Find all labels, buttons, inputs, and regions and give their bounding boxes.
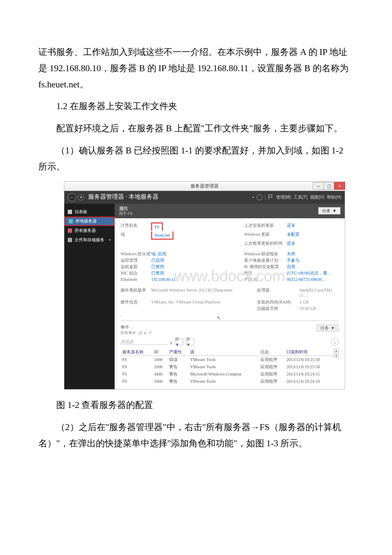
paragraph-env: 配置好环境之后，在服务器 B 上配置"工作文件夹"服务，主要步骤如下。 (38, 121, 354, 137)
col-source[interactable]: 源 (188, 348, 259, 356)
cell: 应用程序 (259, 356, 285, 364)
menu-view[interactable]: 视图(V) (310, 194, 324, 200)
prop-label: Windows 更新 (244, 231, 287, 240)
prop-label: Windows 错误报告 (244, 251, 287, 257)
tasks-label: 任务 (320, 325, 329, 331)
figure-caption: 图 1-2 查看服务器的配置 (38, 397, 354, 413)
col-datetime[interactable]: 日期和时间 (285, 348, 332, 356)
table-row[interactable]: FS 1000 警告 VMware Tools 应用程序 2013/11/6 1… (121, 378, 332, 385)
prop-label: 时区 (244, 270, 287, 276)
os-version-value: Microsoft Windows Server 2012 R2 Datacen… (151, 287, 233, 298)
table-row[interactable]: FS 4440 警告 Microsoft-Windows-Complus 应用程… (121, 370, 332, 378)
domain-value[interactable]: heuet.net (155, 233, 170, 237)
col-id[interactable]: ID (152, 348, 167, 356)
last-update-value[interactable]: 还未 (287, 223, 295, 231)
refresh-icon[interactable] (257, 194, 262, 200)
prop-label: 域 (121, 231, 151, 240)
windows-update-value[interactable]: 未配置 (287, 231, 300, 240)
remote-desktop-value[interactable]: 已禁用 (151, 264, 164, 269)
tasks-label: 任务 (322, 208, 331, 214)
scroll-down-button[interactable]: ▾ (334, 353, 339, 358)
table-row[interactable]: FS 1000 错误 VMware Tools 应用程序 2013/11/6 1… (121, 356, 332, 364)
events-subtitle: 所有事件 | 共 42 个 (121, 331, 317, 336)
prop-label: IE 增强的安全配置 (244, 264, 287, 269)
prop-label: Windows 防火墙 (121, 251, 151, 257)
cell: 2013/11/6 19:24:10 (285, 378, 332, 385)
remote-mgmt-value[interactable]: 已启用 (151, 257, 164, 263)
events-pane: 事件 所有事件 | 共 42 个 任务 ▼ 筛选器 ρ ☰ ▼ ☰ ▼ ⌄ (115, 321, 345, 390)
scroll-up-button[interactable]: ▴ (334, 348, 339, 353)
error-report-value[interactable]: 关闭 (287, 251, 295, 257)
menu-help[interactable]: 帮助(H) (327, 194, 341, 200)
prop-label: 产品 ID (244, 277, 287, 282)
chevron-right-icon: ▸ (109, 237, 111, 243)
cell: FS (121, 363, 152, 370)
events-tasks-dropdown[interactable]: 任务 ▼ (317, 324, 339, 332)
cell: FS (121, 378, 152, 385)
cell: 应用程序 (259, 378, 285, 385)
col-severity[interactable]: 严重性 (167, 348, 188, 356)
forward-button[interactable]: ▾ (78, 194, 84, 200)
cell: 应用程序 (259, 370, 285, 378)
cell: 错误 (167, 356, 188, 364)
prop-label: 上次安装的更新 (244, 223, 287, 231)
events-filter-input[interactable]: 筛选器 (121, 339, 167, 345)
events-table: 服务器名称 ID 严重性 源 日志 日期和时间 FS (121, 348, 332, 385)
nic-team-value[interactable]: 已禁用 (151, 270, 164, 276)
prop-label: 处理器 (257, 287, 300, 298)
timezone-value[interactable]: (UTC+08:00)北京，重… (287, 270, 331, 276)
chevron-down-icon: ▼ (332, 208, 337, 214)
ceip-value[interactable]: 不参与 (287, 257, 300, 263)
sidebar-item-dashboard[interactable]: 仪表板 (64, 207, 115, 217)
sidebar-item-all-servers[interactable]: 所有服务器 (64, 226, 115, 235)
content-area: 属性 用于 FS 任务 ▼ www.bdocx.com 计算机名 (115, 204, 345, 390)
events-expand-btn[interactable]: ⌄ (331, 338, 339, 346)
cpu-value: Intel(R) Core(TM) i7-… (300, 287, 339, 298)
cell: FS (121, 370, 152, 378)
servers-icon (68, 228, 72, 233)
properties-title: 属性 (119, 205, 133, 211)
cell: 1000 (152, 356, 167, 364)
computer-name-value[interactable]: FS (155, 225, 159, 229)
maximize-button[interactable]: ▢ (323, 182, 334, 190)
sidebar-item-label: 本地服务器 (75, 218, 97, 224)
cell: VMware Tools (188, 378, 259, 385)
disk-value: 59.66 GB (300, 306, 316, 311)
col-server[interactable]: 服务器名称 (121, 348, 152, 356)
server-manager-window: 服务器管理器 ‒ ▢ × ← ▾ 服务器管理器 · 本地服务器 • (64, 181, 345, 390)
file-icon (68, 238, 72, 242)
cell: 2013/11/6 19:25:58 (285, 363, 332, 370)
firewall-value[interactable]: 域: 启用 (151, 251, 166, 257)
events-title: 事件 (121, 324, 317, 330)
close-button[interactable]: × (334, 182, 345, 190)
cell: 1000 (152, 363, 167, 370)
search-icon[interactable]: ρ (170, 339, 172, 345)
last-check-value[interactable]: 还未 (287, 240, 295, 246)
arrow-left-icon: ← (70, 194, 74, 200)
minimize-button[interactable]: ‒ (313, 182, 324, 190)
sidebar-item-local-server[interactable]: 本地服务器 (64, 217, 115, 226)
prop-label: NIC 组合 (121, 270, 151, 276)
tasks-dropdown[interactable]: 任务 ▼ (318, 207, 340, 214)
back-button[interactable]: ← (68, 193, 76, 202)
sidebar-item-file-storage[interactable]: 文件和存储服务 ▸ (64, 235, 115, 245)
properties-panel-header: 属性 用于 FS 任务 ▼ (115, 204, 345, 218)
menu-tools[interactable]: 工具(T) (294, 194, 308, 200)
menu-manage[interactable]: 管理(M) (276, 194, 291, 200)
prop-label: 上次检查更新的时间 (244, 240, 287, 246)
server-icon (69, 219, 73, 223)
col-log[interactable]: 日志 (259, 348, 285, 356)
events-filter-btn-2[interactable]: ☰ ▼ (186, 338, 194, 345)
events-filter-btn-1[interactable]: ☰ ▼ (175, 338, 183, 345)
cell: VMware Tools (188, 363, 259, 370)
ethernet-value[interactable]: 192.168.80.11 (151, 277, 176, 282)
table-row[interactable]: FS 1000 警告 VMware Tools 应用程序 2013/11/6 1… (121, 363, 332, 370)
dashboard-icon (68, 210, 72, 214)
product-id-value[interactable]: 00252-80725-09038… (287, 277, 326, 282)
breadcrumb: 服务器管理器 · 本地服务器 (88, 193, 159, 201)
iesc-value[interactable]: 启用 (287, 264, 295, 269)
window-title: 服务器管理器 (190, 183, 219, 189)
nav-bar: ← ▾ 服务器管理器 · 本地服务器 • 管理(M) 工具(T) 视图(V) 帮… (64, 191, 345, 204)
flag-icon[interactable] (268, 194, 274, 200)
cell: 2013/11/6 19:25:58 (285, 356, 332, 364)
